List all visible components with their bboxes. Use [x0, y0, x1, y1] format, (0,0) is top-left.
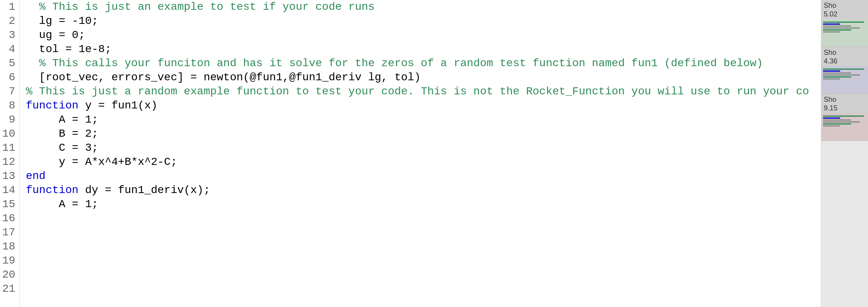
code-line: A = 1;	[26, 197, 821, 211]
sidebar-right: Sho 5.02Sho 4.36Sho 9.15	[821, 0, 868, 307]
thumbnail-preview	[821, 66, 868, 94]
code-line: y = A*x^4+B*x^2-C;	[26, 155, 821, 169]
thumbnail-code-line	[823, 23, 840, 25]
line-number: 9	[0, 113, 19, 127]
line-number: 17	[0, 226, 19, 240]
thumbnail-preview	[821, 113, 868, 141]
code-line: lg = -10;	[26, 14, 821, 28]
line-number: 7	[0, 85, 19, 99]
line-number: 2	[0, 14, 19, 28]
keyword: function	[26, 184, 78, 196]
code-line: % This is just a random example function…	[26, 85, 821, 99]
line-number: 15	[0, 197, 19, 211]
thumbnail-label: Sho 5.02	[821, 0, 840, 19]
thumbnail-code-line	[823, 74, 860, 76]
thumbnail-code-line	[823, 116, 864, 117]
thumbnail-code-line	[823, 70, 840, 72]
code-line: % This is just an example to test if you…	[26, 0, 821, 14]
line-number: 6	[0, 70, 19, 85]
thumbnail-label: Sho 4.36	[821, 47, 840, 66]
code-line: A = 1;	[26, 113, 821, 127]
thumbnail-label: Sho 9.15	[821, 94, 840, 113]
code-line: % This calls your funciton and has it so…	[26, 56, 821, 70]
line-number: 14	[0, 183, 19, 197]
sidebar-thumbnail[interactable]: Sho 5.02	[821, 0, 868, 47]
line-number: 11	[0, 141, 19, 155]
line-number: 19	[0, 254, 19, 268]
thumbnail-preview	[821, 19, 868, 47]
code-line: function dy = fun1_deriv(x);	[26, 183, 821, 197]
code-line: [root_vec, errors_vec] = newton(@fun1,@f…	[26, 70, 821, 85]
thumbnail-code-line	[823, 25, 851, 27]
editor-container: 123456789101112131415161718192021 % This…	[0, 0, 821, 307]
thumbnail-code-line	[823, 119, 851, 121]
code-content[interactable]: % This is just an example to test if you…	[20, 0, 821, 307]
thumbnail-code-line	[823, 72, 851, 74]
sidebar-thumbnail[interactable]: Sho 4.36	[821, 47, 868, 94]
line-number: 12	[0, 155, 19, 169]
thumbnail-code-line	[823, 125, 840, 126]
line-number: 20	[0, 268, 19, 282]
code-rest: dy = fun1_deriv(x);	[78, 184, 210, 196]
line-number: 8	[0, 99, 19, 113]
line-number: 10	[0, 127, 19, 141]
line-number: 16	[0, 211, 19, 226]
code-line: ug = 0;	[26, 28, 821, 42]
thumbnail-code-line	[823, 31, 840, 33]
code-line: C = 3;	[26, 141, 821, 155]
thumbnail-code-line	[823, 69, 864, 70]
keyword: function	[26, 99, 78, 112]
line-number: 5	[0, 56, 19, 70]
line-number: 13	[0, 169, 19, 183]
line-number: 3	[0, 28, 19, 42]
thumbnail-code-line	[823, 78, 840, 79]
thumbnail-code-line	[823, 123, 851, 125]
keyword: end	[26, 170, 45, 182]
line-numbers: 123456789101112131415161718192021	[0, 0, 20, 307]
sidebar-thumbnail[interactable]: Sho 9.15	[821, 94, 868, 141]
thumbnail-code-line	[823, 121, 860, 123]
line-number: 21	[0, 282, 19, 296]
code-rest: y = fun1(x)	[78, 99, 157, 112]
code-line: end	[26, 169, 821, 183]
line-number: 18	[0, 240, 19, 254]
code-line: tol = 1e-8;	[26, 42, 821, 56]
thumbnail-code-line	[823, 76, 851, 78]
code-line: function y = fun1(x)	[26, 99, 821, 113]
thumbnail-code-line	[823, 22, 864, 23]
thumbnail-code-line	[823, 29, 851, 31]
line-number: 1	[0, 0, 19, 14]
line-number: 4	[0, 42, 19, 56]
thumbnail-code-line	[823, 27, 860, 29]
code-line: B = 2;	[26, 127, 821, 141]
thumbnail-code-line	[823, 117, 840, 119]
